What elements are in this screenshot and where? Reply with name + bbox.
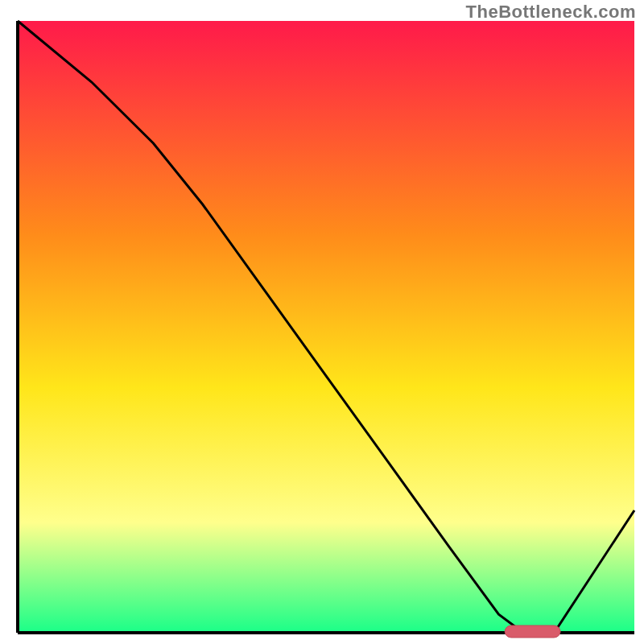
watermark-text: TheBottleneck.com [466,2,636,23]
chart-svg [0,0,644,644]
optimal-marker [505,625,560,638]
chart-container: TheBottleneck.com [0,0,644,644]
plot-area [18,21,634,633]
